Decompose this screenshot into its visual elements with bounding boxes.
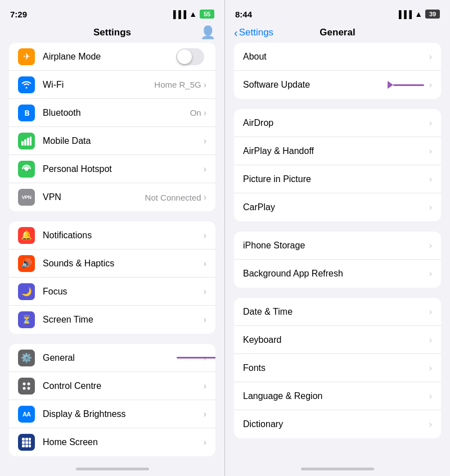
airplay-handoff-label: AirPlay & Handoff <box>243 146 429 156</box>
right-nav-bar: ‹ Settings General <box>225 25 450 43</box>
back-label: Settings <box>239 27 273 38</box>
airplane-mode-icon: ✈ <box>18 48 35 65</box>
vpn-row[interactable]: VPN VPN Not Connected › <box>9 183 215 211</box>
notifications-group: 🔔 Notifications › 🔊 Sounds & Haptics › 🌙… <box>9 221 215 334</box>
general-icon: ⚙️ <box>18 350 35 366</box>
dictionary-label: Dictionary <box>243 419 429 429</box>
mobile-data-row[interactable]: Mobile Data › <box>9 127 215 155</box>
airplay-handoff-row[interactable]: AirPlay & Handoff › <box>234 137 441 165</box>
back-chevron: ‹ <box>234 27 238 38</box>
general-chevron: › <box>204 353 206 363</box>
right-scroll: About › Software Update › AirDrop › AirP… <box>225 43 450 464</box>
profile-icon[interactable]: 👤 <box>200 25 215 40</box>
svg-rect-12 <box>22 441 25 444</box>
wifi-label: Wi-Fi <box>43 80 154 90</box>
right-nav-title: General <box>320 27 355 38</box>
wifi-icon-row <box>18 76 35 93</box>
left-time: 7:29 <box>10 10 27 19</box>
fonts-label: Fonts <box>243 363 429 373</box>
about-label: About <box>243 52 429 62</box>
carplay-row[interactable]: CarPlay › <box>234 193 441 221</box>
left-panel: 7:29 ▐▐▐ ▲ 55 Settings 👤 ✈ Airplane Mode <box>0 0 225 476</box>
left-nav-bar: Settings 👤 <box>0 25 224 43</box>
picture-in-picture-chevron: › <box>429 174 432 184</box>
home-screen-label: Home Screen <box>43 437 204 447</box>
keyboard-chevron: › <box>429 335 432 345</box>
mobile-data-chevron: › <box>204 136 206 146</box>
airdrop-row[interactable]: AirDrop › <box>234 109 441 137</box>
about-row[interactable]: About › <box>234 43 441 71</box>
sounds-chevron: › <box>204 259 206 269</box>
control-centre-row[interactable]: Control Centre › <box>9 372 215 400</box>
svg-point-6 <box>28 382 30 385</box>
software-update-chevron: › <box>429 80 432 90</box>
iphone-storage-row[interactable]: iPhone Storage › <box>234 232 441 260</box>
airplane-mode-toggle[interactable] <box>176 48 204 65</box>
home-screen-icon <box>18 434 35 451</box>
left-nav-title: Settings <box>93 27 131 38</box>
background-app-refresh-chevron: › <box>429 269 432 279</box>
screen-time-icon: ⏳ <box>18 311 35 328</box>
back-button[interactable]: ‹ Settings <box>234 27 273 38</box>
fonts-chevron: › <box>429 363 432 373</box>
locale-right-group: Date & Time › Keyboard › Fonts › Languag… <box>234 298 441 438</box>
notifications-row[interactable]: 🔔 Notifications › <box>9 221 215 250</box>
home-screen-row[interactable]: Home Screen › <box>9 428 215 456</box>
svg-point-5 <box>23 382 26 385</box>
signal-icon: ▐▐▐ <box>171 10 187 19</box>
svg-rect-16 <box>25 445 28 447</box>
software-update-row[interactable]: Software Update › <box>234 71 441 99</box>
dictionary-row[interactable]: Dictionary › <box>234 410 441 438</box>
screen-time-chevron: › <box>204 315 206 325</box>
keyboard-row[interactable]: Keyboard › <box>234 326 441 354</box>
right-wifi-icon: ▲ <box>415 10 422 19</box>
svg-rect-2 <box>27 138 29 146</box>
picture-in-picture-row[interactable]: Picture in Picture › <box>234 165 441 193</box>
toggle-knob <box>177 49 192 64</box>
svg-point-4 <box>25 167 28 171</box>
right-signal-icon: ▐▐▐ <box>397 10 412 19</box>
bluetooth-row[interactable]: ʙ Bluetooth On › <box>9 99 215 127</box>
screen-time-label: Screen Time <box>43 315 204 325</box>
date-time-row[interactable]: Date & Time › <box>234 298 441 326</box>
mobile-data-icon <box>18 133 35 149</box>
svg-rect-3 <box>30 137 32 146</box>
wifi-chevron: › <box>204 80 206 90</box>
hotspot-icon <box>18 161 35 178</box>
display-icon: AA <box>18 406 35 423</box>
fonts-row[interactable]: Fonts › <box>234 354 441 382</box>
left-status-icons: ▐▐▐ ▲ 55 <box>171 10 215 19</box>
vpn-value: Not Connected <box>145 193 201 202</box>
notifications-chevron: › <box>204 230 206 241</box>
wifi-row[interactable]: Wi-Fi Home R_5G › <box>9 71 215 99</box>
svg-rect-0 <box>21 141 24 146</box>
connectivity-right-group: AirDrop › AirPlay & Handoff › Picture in… <box>234 109 441 221</box>
wifi-icon: ▲ <box>189 10 197 19</box>
background-app-refresh-label: Background App Refresh <box>243 269 429 279</box>
sounds-row[interactable]: 🔊 Sounds & Haptics › <box>9 250 215 278</box>
sounds-label: Sounds & Haptics <box>43 259 204 269</box>
personal-hotspot-row[interactable]: Personal Hotspot › <box>9 155 215 183</box>
background-app-refresh-row[interactable]: Background App Refresh › <box>234 260 441 288</box>
screen-time-row[interactable]: ⏳ Screen Time › <box>9 306 215 334</box>
focus-chevron: › <box>204 287 206 297</box>
hotspot-chevron: › <box>204 164 206 174</box>
language-region-label: Language & Region <box>243 391 429 401</box>
right-time: 8:44 <box>235 10 252 19</box>
svg-point-7 <box>23 387 26 389</box>
connectivity-group: ✈ Airplane Mode Wi-Fi Home R_5G › ʙ Blue… <box>9 43 215 211</box>
control-centre-label: Control Centre <box>43 381 204 391</box>
date-time-label: Date & Time <box>243 307 429 317</box>
left-status-bar: 7:29 ▐▐▐ ▲ 55 <box>0 0 224 25</box>
date-time-chevron: › <box>429 307 432 317</box>
language-region-row[interactable]: Language & Region › <box>234 382 441 410</box>
display-row[interactable]: AA Display & Brightness › <box>9 400 215 428</box>
svg-rect-10 <box>25 438 28 441</box>
about-group: About › Software Update › <box>234 43 441 99</box>
focus-row[interactable]: 🌙 Focus › <box>9 278 215 306</box>
general-row[interactable]: ⚙️ General › <box>9 344 215 372</box>
airplane-mode-row[interactable]: ✈ Airplane Mode <box>9 43 215 71</box>
svg-rect-9 <box>22 438 25 441</box>
focus-icon: 🌙 <box>18 283 35 300</box>
display-chevron: › <box>204 409 206 419</box>
